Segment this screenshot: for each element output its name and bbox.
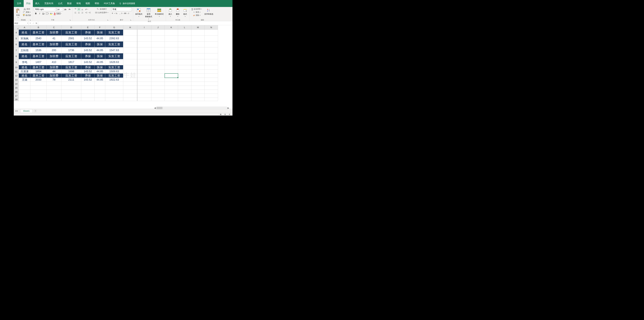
data-cell[interactable]: 44.85 bbox=[94, 78, 105, 82]
phonetic-button[interactable]: wén▾ bbox=[57, 12, 61, 15]
column-header[interactable]: G bbox=[105, 25, 123, 30]
header-cell[interactable]: 养保 bbox=[81, 74, 94, 78]
cell[interactable] bbox=[46, 86, 62, 90]
cell[interactable] bbox=[205, 36, 218, 42]
row-header[interactable]: 16 bbox=[14, 90, 19, 94]
cell[interactable] bbox=[191, 53, 205, 59]
name-box[interactable]: K12▾ bbox=[14, 21, 28, 25]
cell[interactable] bbox=[205, 70, 218, 74]
cell[interactable] bbox=[205, 94, 218, 98]
cell[interactable] bbox=[191, 82, 205, 86]
cell[interactable] bbox=[165, 70, 178, 74]
cut-button[interactable]: 剪切 bbox=[22, 8, 32, 11]
underline-button[interactable]: U▾ bbox=[42, 12, 45, 15]
cell[interactable] bbox=[19, 94, 30, 98]
cancel-formula-button[interactable]: ✕ bbox=[30, 22, 31, 24]
cell[interactable] bbox=[178, 90, 191, 94]
row-header[interactable]: 6 bbox=[14, 42, 19, 47]
cell[interactable] bbox=[165, 36, 178, 42]
increase-font-button[interactable]: A▴ bbox=[64, 8, 67, 11]
copy-button[interactable]: 复制▾ bbox=[22, 11, 32, 14]
tab-insert[interactable]: 插入 bbox=[33, 0, 42, 7]
cell[interactable] bbox=[152, 82, 165, 86]
data-cell[interactable]: 143.52 bbox=[81, 47, 94, 53]
cell[interactable] bbox=[137, 47, 152, 53]
column-header[interactable]: D bbox=[62, 25, 81, 30]
header-cell[interactable]: 医保 bbox=[94, 42, 105, 47]
cell[interactable] bbox=[19, 90, 30, 94]
data-cell[interactable]: 王秋雨 bbox=[19, 47, 30, 53]
cell[interactable] bbox=[152, 59, 165, 65]
bold-button[interactable]: B bbox=[34, 12, 38, 15]
cell[interactable] bbox=[205, 90, 218, 94]
cell[interactable] bbox=[62, 98, 81, 101]
header-cell[interactable]: 姓名 bbox=[19, 65, 30, 70]
cell[interactable] bbox=[81, 82, 94, 86]
cell[interactable] bbox=[81, 98, 94, 101]
cell[interactable] bbox=[191, 86, 205, 90]
cell[interactable] bbox=[205, 82, 218, 86]
cell[interactable] bbox=[205, 74, 218, 78]
cell[interactable] bbox=[152, 78, 165, 82]
header-cell[interactable]: 应发工资 bbox=[62, 65, 81, 70]
fill-button[interactable]: 填充▾ bbox=[191, 11, 202, 14]
cell[interactable] bbox=[19, 98, 30, 101]
fx-button[interactable]: fx bbox=[36, 22, 37, 24]
data-cell[interactable]: 2392.63 bbox=[105, 36, 123, 42]
cell[interactable] bbox=[123, 47, 137, 53]
number-format-combo[interactable]: 常规⌄ bbox=[112, 8, 132, 11]
data-cell[interactable]: 200 bbox=[46, 47, 62, 53]
cell[interactable] bbox=[105, 90, 123, 94]
data-cell[interactable]: 143.52 bbox=[81, 36, 94, 42]
data-cell[interactable]: 41 bbox=[46, 36, 62, 42]
row-header[interactable]: 18 bbox=[14, 98, 19, 101]
cell[interactable] bbox=[137, 42, 152, 47]
cell[interactable] bbox=[165, 94, 178, 98]
header-cell[interactable]: 医保 bbox=[94, 30, 105, 36]
header-cell[interactable]: 加班费 bbox=[46, 74, 62, 78]
tab-data[interactable]: 数据 bbox=[65, 0, 74, 7]
cell[interactable] bbox=[81, 86, 94, 90]
merge-center-button[interactable]: 合并后居中▾ bbox=[94, 11, 109, 14]
data-cell[interactable]: 143.52 bbox=[81, 78, 94, 82]
data-cell[interactable]: 44.85 bbox=[94, 36, 105, 42]
cell[interactable] bbox=[105, 86, 123, 90]
header-cell[interactable]: 基本工资 bbox=[30, 74, 46, 78]
header-cell[interactable]: 加班费 bbox=[46, 30, 62, 36]
cell[interactable] bbox=[94, 86, 105, 90]
data-cell[interactable]: 李鸣 bbox=[19, 59, 30, 65]
cell[interactable] bbox=[205, 98, 218, 101]
cell[interactable] bbox=[165, 86, 178, 90]
header-cell[interactable]: 实发工资 bbox=[105, 42, 123, 47]
cell[interactable] bbox=[94, 94, 105, 98]
data-cell[interactable]: 王涵 bbox=[19, 78, 30, 82]
cell[interactable] bbox=[152, 74, 165, 78]
cell[interactable] bbox=[178, 65, 191, 70]
percent-button[interactable]: % bbox=[115, 12, 118, 15]
cell[interactable] bbox=[137, 98, 152, 101]
cell[interactable] bbox=[152, 98, 165, 101]
cell[interactable] bbox=[205, 59, 218, 65]
data-cell[interactable]: 2033 bbox=[30, 78, 46, 82]
font-launcher[interactable]: ⬊ bbox=[69, 19, 71, 21]
cell[interactable] bbox=[123, 36, 137, 42]
sheet-nav-next[interactable]: ▶ bbox=[17, 110, 18, 112]
cell[interactable] bbox=[94, 82, 105, 86]
header-cell[interactable]: 姓名 bbox=[19, 53, 30, 59]
cell[interactable] bbox=[19, 86, 30, 90]
cell[interactable] bbox=[123, 30, 137, 36]
cell[interactable] bbox=[123, 86, 137, 90]
cell[interactable] bbox=[62, 86, 81, 90]
data-cell[interactable]: 1536 bbox=[30, 47, 46, 53]
data-cell[interactable]: 44.85 bbox=[94, 59, 105, 65]
delete-cells-button[interactable]: 删除▾ bbox=[174, 8, 181, 18]
sort-filter-button[interactable]: AZ排序和筛选 bbox=[204, 8, 214, 16]
cell[interactable] bbox=[191, 47, 205, 53]
cell[interactable] bbox=[123, 59, 137, 65]
data-cell[interactable]: 143.52 bbox=[81, 59, 94, 65]
column-header[interactable]: C bbox=[46, 25, 62, 30]
borders-button[interactable]: ▾ bbox=[46, 12, 49, 15]
cell[interactable] bbox=[123, 74, 137, 78]
page-layout-view-button[interactable]: ▥ bbox=[223, 113, 227, 115]
sheet-tab[interactable]: Sheet1 bbox=[20, 109, 32, 113]
